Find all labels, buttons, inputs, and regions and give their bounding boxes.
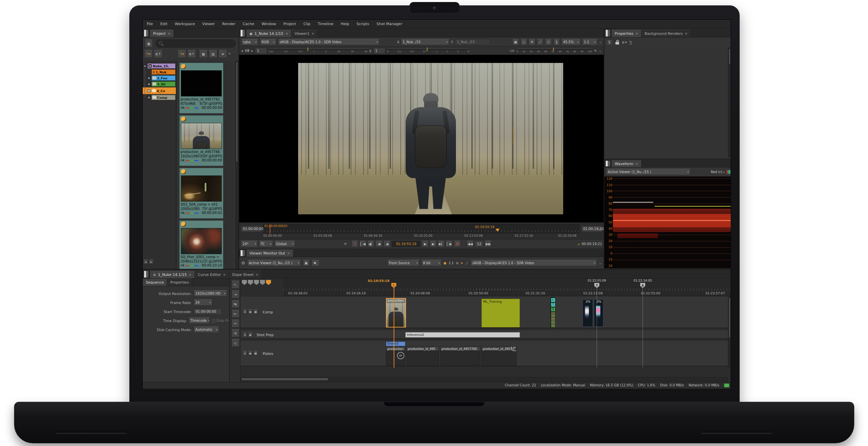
waveform-viewer-dropdown[interactable]: Active Viewer (1_Nu../15 )▾	[606, 169, 690, 175]
subtab-properties[interactable]: Properties	[167, 279, 192, 286]
detail-view-icon[interactable]: ▤	[209, 50, 217, 58]
prev-aperture-icon[interactable]: ◂	[241, 49, 243, 53]
layer-dropdown[interactable]: RGB▾	[260, 39, 276, 45]
timeline-hscrollbar[interactable]	[241, 377, 728, 381]
panel-drag-handle-icon[interactable]	[606, 160, 610, 167]
tab-project[interactable]: Project✕	[150, 29, 174, 37]
track-name[interactable]: Shot Prep	[257, 333, 274, 337]
close-icon[interactable]: ✕	[285, 32, 288, 35]
tab-waveform[interactable]: Waveform✕	[612, 160, 642, 167]
menu-scripts[interactable]: Scripts	[356, 22, 369, 26]
menu-file[interactable]: File	[147, 22, 153, 26]
output-resolution-dropdown[interactable]: 1920x1080 HD_108▾	[194, 290, 227, 297]
channels-dropdown[interactable]: rgba▾	[241, 39, 258, 45]
lock-track-icon[interactable]: a	[243, 332, 247, 337]
drop-frame-checkbox[interactable]	[212, 319, 215, 322]
gamma-input[interactable]: 1	[373, 47, 385, 54]
scroll-left-icon[interactable]: ◂	[144, 259, 148, 264]
roi-icon[interactable]: ⬡	[545, 39, 551, 45]
timeline-vscrollbar[interactable]	[728, 297, 731, 368]
tab-timeline-sequence[interactable]: ≣1_Nuke 14.1/15✕	[150, 270, 195, 278]
volume-slider[interactable]	[517, 49, 592, 50]
timeline-playhead[interactable]	[394, 283, 394, 368]
project-scrollbar[interactable]	[235, 61, 239, 269]
sort-alpha-icon[interactable]: ᴬz▾	[178, 50, 186, 58]
search-input[interactable]	[155, 39, 236, 47]
razor-tool-icon[interactable]: ✂	[231, 319, 240, 327]
track-name[interactable]: Comp	[262, 310, 273, 314]
compare-icon[interactable]: ／	[537, 39, 544, 45]
gear-icon[interactable]: ⚙	[241, 260, 245, 265]
tab-viewer-nuke[interactable]: ◉1_Nuke 14.1/15✕	[247, 29, 291, 37]
zoom-dropdown[interactable]: 45.5%▾	[561, 39, 581, 45]
close-icon[interactable]: ✕	[636, 32, 638, 35]
close-icon[interactable]: ✕	[256, 273, 258, 277]
flip-icon[interactable]: ▣	[303, 260, 310, 266]
slip-tool-icon[interactable]: ⇤	[231, 310, 240, 318]
unlock-icon[interactable]	[615, 40, 620, 44]
fps-dropdown[interactable]: 24*▾	[241, 241, 258, 247]
clip-plate-3[interactable]: production_id_4957760	[440, 346, 480, 365]
scrollbar-handle[interactable]	[728, 298, 731, 338]
start-timecode-input[interactable]: 01:00:00:00	[194, 308, 222, 315]
disk-caching-dropdown[interactable]: Automatic▾	[194, 326, 219, 333]
scrollbar-handle[interactable]	[236, 62, 238, 162]
close-icon[interactable]: ✕	[189, 273, 192, 277]
clip-card[interactable]: production_id_4957762 875x968673f @50FPS…	[179, 63, 223, 114]
close-icon[interactable]: ✕	[636, 162, 638, 166]
eye-icon[interactable]: ◉	[148, 64, 152, 68]
tab-dope-sheet[interactable]: Dope Sheet✕	[229, 270, 262, 278]
flag-icon[interactable]	[248, 280, 253, 285]
menu-viewer[interactable]: Viewer	[203, 22, 215, 26]
sort-alpha-icon[interactable]: ᴬz▾	[144, 50, 153, 58]
expand-icon[interactable]: +	[147, 89, 150, 92]
properties-scrollbar[interactable]	[728, 47, 731, 157]
panel-drag-handle-icon[interactable]	[144, 270, 149, 278]
timebar-ruler[interactable]: 01:00:00:00020 01:19:55:19	[263, 224, 580, 233]
next-aperture-icon[interactable]: ▸	[251, 49, 253, 53]
scrollbar-handle[interactable]	[728, 49, 731, 65]
tc-mode-dropdown[interactable]: TC▾	[259, 241, 273, 247]
frame-rate-dropdown[interactable]: 24▾	[194, 299, 212, 306]
edit-pencil-icon[interactable]: ✎	[629, 40, 632, 44]
tree-item-footage[interactable]: 2_Foo	[151, 75, 176, 81]
slider-knob[interactable]	[553, 47, 554, 51]
tab-background-renders[interactable]: Background Renders✕	[642, 29, 691, 37]
tree-item-comp-selected[interactable]: 4_Co	[151, 88, 176, 93]
close-icon[interactable]: ✕	[685, 32, 687, 35]
active-viewer-dropdown[interactable]: Active Viewer (1_Nu../15 )▾	[247, 260, 301, 266]
skip-back-icon[interactable]: ◀◀	[467, 241, 473, 247]
expand-icon[interactable]: +	[147, 83, 150, 86]
thumb-size-slider[interactable]	[227, 53, 237, 54]
current-timecode-display[interactable]: 01:19:55:19	[392, 241, 421, 247]
in-point-button[interactable]: I	[351, 241, 358, 247]
clip-ml-training[interactable]: ML_Training	[482, 299, 520, 327]
collapse-chevrons-icon[interactable]: ⌄⌄	[597, 227, 603, 231]
clip-retime-2[interactable]: .0%	[594, 299, 603, 327]
clip-grade3[interactable]: Grade3	[386, 342, 405, 346]
scroll-right-icon[interactable]: ▸	[149, 259, 153, 264]
pause-icon[interactable]: ‖	[553, 39, 560, 45]
menu-timeline[interactable]: Timeline	[318, 22, 333, 26]
slider-knob[interactable]	[307, 47, 309, 51]
clip-production-comp[interactable]: production	[386, 298, 406, 327]
close-icon[interactable]: ✕	[287, 251, 290, 255]
menu-clip[interactable]: Clip	[304, 22, 311, 26]
panel-drag-handle-icon[interactable]	[144, 29, 149, 37]
menu-window[interactable]: Window	[261, 22, 276, 26]
clip-strip[interactable]: L T S	[550, 297, 555, 328]
clip-inference2[interactable]: Inference2	[405, 332, 520, 338]
play-icon[interactable]: ▶	[422, 241, 429, 247]
sort-order-icon[interactable]: ≣↑	[154, 50, 162, 58]
timeline-ruler[interactable]: 01:19:55:19 01:22:01:09 01:22:34:05 5 7 …	[283, 279, 731, 296]
annotate-pencil-icon[interactable]: ✎	[594, 49, 597, 53]
menu-render[interactable]: Render	[222, 22, 235, 26]
flag-icon[interactable]	[242, 280, 247, 285]
tab-monitor-out[interactable]: Viewer Monitor Out✕	[247, 250, 293, 257]
viewer-image-area[interactable]	[239, 55, 604, 222]
tree-item-comps[interactable]: Comp	[151, 95, 176, 100]
ramp-icon[interactable]: ⊿	[577, 242, 580, 246]
flag-icon[interactable]	[260, 280, 265, 285]
source-mode-dropdown[interactable]: From Source▾	[387, 260, 420, 266]
menu-workspace[interactable]: Workspace	[175, 22, 195, 26]
